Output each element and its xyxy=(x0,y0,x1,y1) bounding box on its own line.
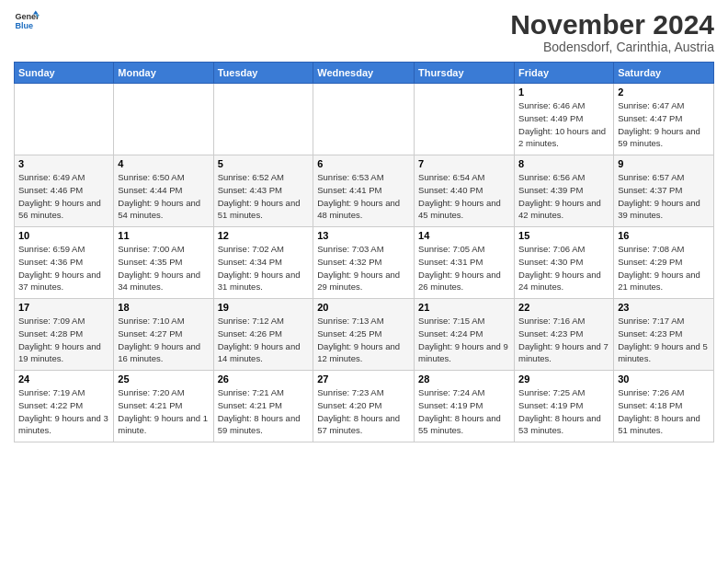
header-wednesday: Wednesday xyxy=(313,63,415,84)
calendar-week-row-2: 3Sunrise: 6:49 AM Sunset: 4:46 PM Daylig… xyxy=(15,155,714,227)
calendar-cell-3-4: 13Sunrise: 7:03 AM Sunset: 4:32 PM Dayli… xyxy=(313,227,415,299)
calendar-table: Sunday Monday Tuesday Wednesday Thursday… xyxy=(14,62,714,442)
calendar-cell-2-4: 6Sunrise: 6:53 AM Sunset: 4:41 PM Daylig… xyxy=(313,155,415,227)
day-info: Sunrise: 7:12 AM Sunset: 4:26 PM Dayligh… xyxy=(218,315,310,365)
calendar-cell-3-1: 10Sunrise: 6:59 AM Sunset: 4:36 PM Dayli… xyxy=(15,227,114,299)
calendar-cell-1-1 xyxy=(15,84,114,155)
day-info: Sunrise: 7:08 AM Sunset: 4:29 PM Dayligh… xyxy=(618,243,710,293)
calendar-cell-2-7: 9Sunrise: 6:57 AM Sunset: 4:37 PM Daylig… xyxy=(614,155,714,227)
day-info: Sunrise: 6:47 AM Sunset: 4:47 PM Dayligh… xyxy=(618,99,710,150)
weekday-header-row: Sunday Monday Tuesday Wednesday Thursday… xyxy=(15,63,714,84)
day-number: 21 xyxy=(418,302,510,313)
title-area: November 2024 Bodensdorf, Carinthia, Aus… xyxy=(510,9,714,54)
day-info: Sunrise: 7:26 AM Sunset: 4:18 PM Dayligh… xyxy=(618,386,710,437)
day-number: 20 xyxy=(317,302,410,313)
calendar-cell-4-2: 18Sunrise: 7:10 AM Sunset: 4:27 PM Dayli… xyxy=(114,299,213,371)
day-number: 5 xyxy=(218,158,310,169)
calendar-cell-4-1: 17Sunrise: 7:09 AM Sunset: 4:28 PM Dayli… xyxy=(15,299,114,371)
day-number: 29 xyxy=(518,373,609,385)
logo: General Blue xyxy=(14,9,40,35)
day-number: 3 xyxy=(18,158,109,169)
day-info: Sunrise: 7:23 AM Sunset: 4:20 PM Dayligh… xyxy=(317,386,410,437)
day-number: 14 xyxy=(418,230,510,241)
day-number: 18 xyxy=(118,302,209,313)
day-info: Sunrise: 6:49 AM Sunset: 4:46 PM Dayligh… xyxy=(18,171,109,222)
header-sunday: Sunday xyxy=(15,63,114,84)
day-info: Sunrise: 7:03 AM Sunset: 4:32 PM Dayligh… xyxy=(317,243,410,293)
day-number: 7 xyxy=(418,158,510,169)
logo-icon: General Blue xyxy=(14,9,40,35)
day-number: 15 xyxy=(518,230,609,241)
day-number: 26 xyxy=(218,373,310,385)
main-container: General Blue November 2024 Bodensdorf, C… xyxy=(0,0,728,447)
day-number: 24 xyxy=(18,373,109,385)
calendar-cell-4-3: 19Sunrise: 7:12 AM Sunset: 4:26 PM Dayli… xyxy=(213,299,313,371)
calendar-cell-4-4: 20Sunrise: 7:13 AM Sunset: 4:25 PM Dayli… xyxy=(313,299,415,371)
calendar-week-row-4: 17Sunrise: 7:09 AM Sunset: 4:28 PM Dayli… xyxy=(15,299,714,371)
day-info: Sunrise: 6:59 AM Sunset: 4:36 PM Dayligh… xyxy=(18,243,109,293)
day-info: Sunrise: 7:10 AM Sunset: 4:27 PM Dayligh… xyxy=(118,315,209,365)
header-friday: Friday xyxy=(515,63,614,84)
calendar-week-row-1: 1Sunrise: 6:46 AM Sunset: 4:49 PM Daylig… xyxy=(15,84,714,155)
day-number: 10 xyxy=(18,230,109,241)
day-info: Sunrise: 7:25 AM Sunset: 4:19 PM Dayligh… xyxy=(518,386,609,437)
day-number: 13 xyxy=(317,230,410,241)
day-info: Sunrise: 6:50 AM Sunset: 4:44 PM Dayligh… xyxy=(118,171,209,222)
header-monday: Monday xyxy=(114,63,213,84)
calendar-cell-1-6: 1Sunrise: 6:46 AM Sunset: 4:49 PM Daylig… xyxy=(515,84,614,155)
calendar-cell-1-3 xyxy=(213,84,313,155)
calendar-cell-2-6: 8Sunrise: 6:56 AM Sunset: 4:39 PM Daylig… xyxy=(515,155,614,227)
calendar-cell-3-3: 12Sunrise: 7:02 AM Sunset: 4:34 PM Dayli… xyxy=(213,227,313,299)
day-number: 9 xyxy=(618,158,710,169)
calendar-cell-3-2: 11Sunrise: 7:00 AM Sunset: 4:35 PM Dayli… xyxy=(114,227,213,299)
day-number: 2 xyxy=(618,86,710,98)
month-title: November 2024 xyxy=(510,9,714,40)
day-number: 6 xyxy=(317,158,410,169)
day-number: 28 xyxy=(418,373,510,385)
calendar-cell-3-7: 16Sunrise: 7:08 AM Sunset: 4:29 PM Dayli… xyxy=(614,227,714,299)
day-number: 25 xyxy=(118,373,209,385)
day-info: Sunrise: 6:53 AM Sunset: 4:41 PM Dayligh… xyxy=(317,171,410,222)
header-thursday: Thursday xyxy=(415,63,515,84)
day-info: Sunrise: 6:56 AM Sunset: 4:39 PM Dayligh… xyxy=(518,171,609,222)
day-number: 4 xyxy=(118,158,209,169)
calendar-cell-5-2: 25Sunrise: 7:20 AM Sunset: 4:21 PM Dayli… xyxy=(114,371,213,442)
day-info: Sunrise: 7:15 AM Sunset: 4:24 PM Dayligh… xyxy=(418,315,510,365)
calendar-cell-1-2 xyxy=(114,84,213,155)
day-info: Sunrise: 7:20 AM Sunset: 4:21 PM Dayligh… xyxy=(118,386,209,437)
day-number: 17 xyxy=(18,302,109,313)
day-info: Sunrise: 7:02 AM Sunset: 4:34 PM Dayligh… xyxy=(218,243,310,293)
calendar-cell-5-3: 26Sunrise: 7:21 AM Sunset: 4:21 PM Dayli… xyxy=(213,371,313,442)
day-info: Sunrise: 6:54 AM Sunset: 4:40 PM Dayligh… xyxy=(418,171,510,222)
header-area: General Blue November 2024 Bodensdorf, C… xyxy=(14,9,714,54)
day-info: Sunrise: 7:06 AM Sunset: 4:30 PM Dayligh… xyxy=(518,243,609,293)
calendar-body: 1Sunrise: 6:46 AM Sunset: 4:49 PM Daylig… xyxy=(15,84,714,442)
calendar-cell-1-7: 2Sunrise: 6:47 AM Sunset: 4:47 PM Daylig… xyxy=(614,84,714,155)
calendar-week-row-3: 10Sunrise: 6:59 AM Sunset: 4:36 PM Dayli… xyxy=(15,227,714,299)
calendar-cell-5-4: 27Sunrise: 7:23 AM Sunset: 4:20 PM Dayli… xyxy=(313,371,415,442)
header-saturday: Saturday xyxy=(614,63,714,84)
day-info: Sunrise: 7:17 AM Sunset: 4:23 PM Dayligh… xyxy=(618,315,710,365)
location-title: Bodensdorf, Carinthia, Austria xyxy=(510,40,714,54)
day-number: 19 xyxy=(218,302,310,313)
day-number: 12 xyxy=(218,230,310,241)
calendar-cell-1-5 xyxy=(415,84,515,155)
day-info: Sunrise: 7:09 AM Sunset: 4:28 PM Dayligh… xyxy=(18,315,109,365)
day-number: 23 xyxy=(618,302,710,313)
day-number: 16 xyxy=(618,230,710,241)
day-number: 1 xyxy=(518,86,609,98)
calendar-cell-1-4 xyxy=(313,84,415,155)
svg-text:Blue: Blue xyxy=(15,21,33,30)
day-number: 11 xyxy=(118,230,209,241)
day-info: Sunrise: 7:00 AM Sunset: 4:35 PM Dayligh… xyxy=(118,243,209,293)
calendar-week-row-5: 24Sunrise: 7:19 AM Sunset: 4:22 PM Dayli… xyxy=(15,371,714,442)
calendar-cell-4-5: 21Sunrise: 7:15 AM Sunset: 4:24 PM Dayli… xyxy=(415,299,515,371)
calendar-cell-4-6: 22Sunrise: 7:16 AM Sunset: 4:23 PM Dayli… xyxy=(515,299,614,371)
day-info: Sunrise: 7:13 AM Sunset: 4:25 PM Dayligh… xyxy=(317,315,410,365)
day-info: Sunrise: 7:16 AM Sunset: 4:23 PM Dayligh… xyxy=(518,315,609,365)
calendar-cell-2-2: 4Sunrise: 6:50 AM Sunset: 4:44 PM Daylig… xyxy=(114,155,213,227)
day-info: Sunrise: 6:46 AM Sunset: 4:49 PM Dayligh… xyxy=(518,99,609,150)
calendar-cell-2-3: 5Sunrise: 6:52 AM Sunset: 4:43 PM Daylig… xyxy=(213,155,313,227)
header-tuesday: Tuesday xyxy=(213,63,313,84)
calendar-cell-3-5: 14Sunrise: 7:05 AM Sunset: 4:31 PM Dayli… xyxy=(415,227,515,299)
